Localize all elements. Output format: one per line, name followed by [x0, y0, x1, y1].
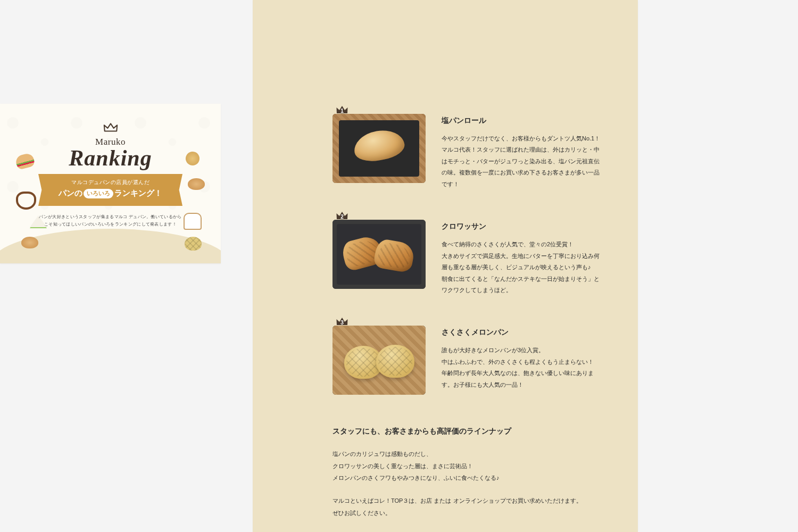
ranking-item-desc: 今やスタッフだけでなく、お客様からもダントツ人気No.1！マルコ代表！スタッフに…	[442, 133, 603, 190]
hero-description: パンが大好きというスタッフが集まるマルコ デュパン。働いているから こそ知ってほ…	[0, 213, 221, 228]
hero-ribbon: マルコデュパンの店員が選んだ パンのいろいろランキング！	[45, 174, 176, 206]
hero-card: Maruko Ranking マルコデュパンの店員が選んだ パンのいろいろランキ…	[0, 104, 221, 263]
crown-icon	[103, 121, 119, 136]
summary-para: マルコといえばコレ！TOP３は、お店 または オンラインショップでお買い求めいた…	[332, 495, 603, 519]
hero-title: Ranking	[0, 145, 221, 171]
ranking-item: 3 さくさくメロンパン 誰もが大好きなメロンパンが3位入賞。 中はふわふわで、外…	[253, 326, 638, 425]
rank-number: 2	[336, 214, 348, 220]
ranking-photo	[332, 326, 426, 395]
ribbon-suffix: ランキング！	[114, 188, 162, 197]
ranking-item: 1 塩パンロール 今やスタッフだけでなく、お客様からもダントツ人気No.1！マル…	[253, 114, 638, 220]
ribbon-line2: パンのいろいろランキング！	[59, 187, 162, 200]
rank-number: 1	[336, 108, 348, 114]
ranking-item-title: クロワッサン	[442, 222, 603, 231]
rank-crown-icon: 1	[336, 104, 348, 117]
summary-heading: スタッフにも、お客さまからも高評価のラインナップ	[332, 427, 603, 436]
ranking-item-title: 塩パンロール	[442, 116, 603, 126]
ribbon-prefix: パンの	[59, 188, 82, 197]
ribbon-pill: いろいろ	[84, 189, 113, 198]
ranking-photo	[332, 220, 426, 289]
ranking-list: 1 塩パンロール 今やスタッフだけでなく、お客様からもダントツ人気No.1！マル…	[253, 0, 638, 425]
ranking-item-title: さくさくメロンパン	[442, 328, 603, 337]
ribbon-line1: マルコデュパンの店員が選んだ	[59, 178, 162, 187]
ranking-panel: 1 塩パンロール 今やスタッフだけでなく、お客様からもダントツ人気No.1！マル…	[253, 0, 638, 532]
ranking-item: 2 クロワッサン 食べて納得のさくさくが人気で、堂々の2位受賞！ 大きめサイズで…	[253, 220, 638, 326]
ranking-photo	[332, 114, 426, 183]
rank-number: 3	[336, 320, 348, 326]
summary-section: スタッフにも、お客さまからも高評価のラインナップ 塩パンのカリジュワは感動ものだ…	[253, 425, 638, 519]
summary-para: 塩パンのカリジュワは感動ものだし、 クロワッサンの美しく重なった層は、まさに芸術…	[332, 448, 603, 484]
rank-crown-icon: 2	[336, 210, 348, 223]
ranking-item-desc: 食べて納得のさくさくが人気で、堂々の2位受賞！ 大きめサイズで満足感大。生地にバ…	[442, 239, 603, 296]
hero-desc-line1: パンが大好きというスタッフが集まるマルコ デュパン。働いているから	[39, 214, 181, 219]
hero-desc-line2: こそ知ってほしいパンのいろいろをランキングにして発表します！	[44, 222, 177, 227]
rank-crown-icon: 3	[336, 316, 348, 329]
ranking-item-desc: 誰もが大好きなメロンパンが3位入賞。 中はふわふわで、外のさくさくも程よくもう止…	[442, 345, 603, 390]
